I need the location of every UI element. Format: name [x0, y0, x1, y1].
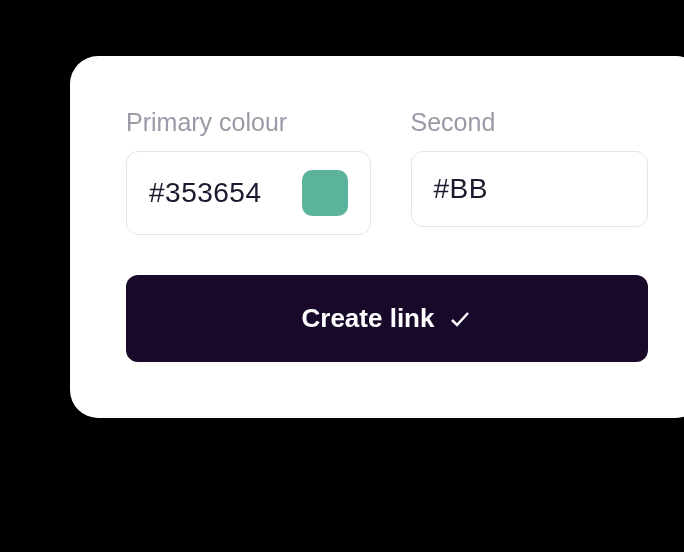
- check-icon: [448, 307, 472, 331]
- primary-color-swatch[interactable]: [302, 170, 348, 216]
- secondary-color-input[interactable]: #BB: [411, 151, 648, 227]
- color-fields-row: Primary colour #353654 Second #BB: [126, 108, 648, 235]
- secondary-color-value: #BB: [434, 173, 488, 205]
- create-link-button[interactable]: Create link: [126, 275, 648, 362]
- primary-color-label: Primary colour: [126, 108, 371, 137]
- primary-color-input[interactable]: #353654: [126, 151, 371, 235]
- secondary-color-field: Second #BB: [411, 108, 648, 235]
- secondary-color-label: Second: [411, 108, 648, 137]
- primary-color-field: Primary colour #353654: [126, 108, 371, 235]
- settings-card: Primary colour #353654 Second #BB Create…: [70, 56, 684, 418]
- primary-color-value: #353654: [149, 177, 262, 209]
- create-link-button-label: Create link: [302, 303, 435, 334]
